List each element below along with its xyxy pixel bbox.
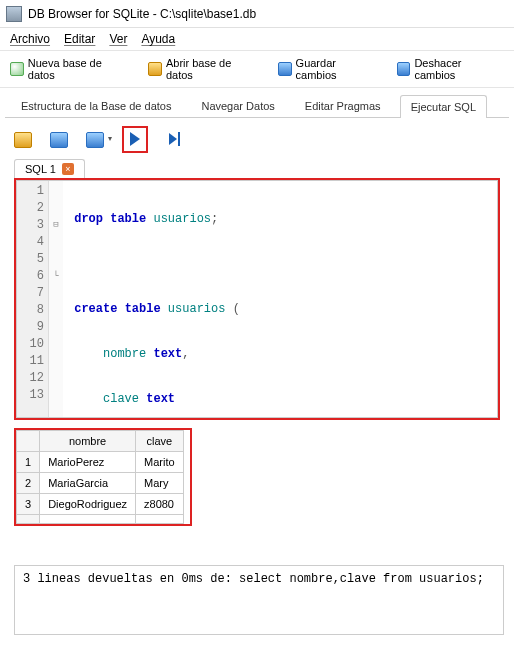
col-header-nombre[interactable]: nombre [40, 431, 136, 452]
row-num: 3 [17, 494, 40, 515]
new-database-icon [10, 62, 24, 76]
menu-edit[interactable]: Editar [64, 32, 95, 46]
fold-toggle-icon[interactable]: ⊟ [49, 217, 63, 234]
sql-tab-label: SQL 1 [25, 163, 56, 175]
line-num: 4 [17, 234, 44, 251]
save-icon [278, 62, 292, 76]
line-num: 9 [17, 319, 44, 336]
table-row[interactable]: 1 MarioPerez Marito [17, 452, 184, 473]
results-area: nombre clave 1 MarioPerez Marito 2 Maria… [14, 428, 514, 529]
undo-changes-label: Deshacer cambios [414, 57, 504, 81]
save-changes-label: Guardar cambios [296, 57, 379, 81]
menubar: Archivo Editar Ver Ayuda [0, 28, 514, 51]
line-num: 1 [17, 183, 44, 200]
run-sql-highlight [122, 126, 148, 153]
cell-clave[interactable]: Marito [136, 452, 184, 473]
sql-editor-highlight: 1 2 3 4 5 6 7 8 9 10 11 12 13 ⊟└ drop ta… [14, 178, 500, 420]
menu-file[interactable]: Archivo [10, 32, 50, 46]
col-header-clave[interactable]: clave [136, 431, 184, 452]
line-num: 13 [17, 387, 44, 404]
table-row-empty [17, 515, 184, 524]
fold-end-icon: └ [49, 268, 63, 285]
line-num: 12 [17, 370, 44, 387]
row-num: 1 [17, 452, 40, 473]
cell-clave[interactable]: z8080 [136, 494, 184, 515]
open-sql-icon[interactable] [14, 132, 32, 148]
cell-nombre[interactable]: MariaGarcia [40, 473, 136, 494]
line-num: 10 [17, 336, 44, 353]
line-num: 7 [17, 285, 44, 302]
line-gutter: 1 2 3 4 5 6 7 8 9 10 11 12 13 [17, 181, 49, 417]
new-database-button[interactable]: Nueva base de datos [10, 57, 130, 81]
new-database-label: Nueva base de datos [28, 57, 130, 81]
save-sql-as-icon[interactable] [86, 132, 104, 148]
tab-execute-sql[interactable]: Ejecutar SQL [400, 95, 487, 118]
open-database-button[interactable]: Abrir base de datos [148, 57, 260, 81]
cell-nombre[interactable]: MarioPerez [40, 452, 136, 473]
main-toolbar: Nueva base de datos Abrir base de datos … [0, 51, 514, 88]
close-icon[interactable]: × [62, 163, 74, 175]
table-row[interactable]: 3 DiegoRodriguez z8080 [17, 494, 184, 515]
line-num: 6 [17, 268, 44, 285]
line-num: 3 [17, 217, 44, 234]
tab-structure[interactable]: Estructura de la Base de datos [10, 94, 182, 117]
line-num: 11 [17, 353, 44, 370]
tab-browse[interactable]: Navegar Datos [190, 94, 285, 117]
main-tabs: Estructura de la Base de datos Navegar D… [0, 88, 514, 117]
open-database-label: Abrir base de datos [166, 57, 260, 81]
fold-gutter: ⊟└ [49, 181, 63, 417]
menu-help[interactable]: Ayuda [141, 32, 175, 46]
sql-toolbar [0, 118, 514, 157]
sql-code-area[interactable]: drop table usuarios; create table usuari… [63, 181, 497, 417]
line-num: 5 [17, 251, 44, 268]
cell-clave[interactable]: Mary [136, 473, 184, 494]
results-table[interactable]: nombre clave 1 MarioPerez Marito 2 Maria… [16, 430, 184, 524]
undo-icon [397, 62, 411, 76]
open-database-icon [148, 62, 162, 76]
sql-tabs-row: SQL 1 × [0, 157, 514, 178]
results-highlight: nombre clave 1 MarioPerez Marito 2 Maria… [14, 428, 192, 526]
status-log[interactable]: 3 lineas devueltas en 0ms de: select nom… [14, 565, 504, 635]
status-text: 3 lineas devueltas en 0ms de: select nom… [23, 572, 484, 586]
save-changes-button[interactable]: Guardar cambios [278, 57, 379, 81]
run-current-line-icon[interactable] [166, 132, 184, 148]
line-num: 8 [17, 302, 44, 319]
row-header-blank [17, 431, 40, 452]
sql-editor[interactable]: 1 2 3 4 5 6 7 8 9 10 11 12 13 ⊟└ drop ta… [16, 180, 498, 418]
undo-changes-button[interactable]: Deshacer cambios [397, 57, 504, 81]
titlebar: DB Browser for SQLite - C:\sqlite\base1.… [0, 0, 514, 28]
table-row[interactable]: 2 MariaGarcia Mary [17, 473, 184, 494]
line-num: 2 [17, 200, 44, 217]
save-sql-icon[interactable] [50, 132, 68, 148]
sql-tab-1[interactable]: SQL 1 × [14, 159, 85, 178]
row-num: 2 [17, 473, 40, 494]
menu-view[interactable]: Ver [109, 32, 127, 46]
window-title: DB Browser for SQLite - C:\sqlite\base1.… [28, 7, 256, 21]
tab-pragmas[interactable]: Editar Pragmas [294, 94, 392, 117]
cell-nombre[interactable]: DiegoRodriguez [40, 494, 136, 515]
app-icon [6, 6, 22, 22]
run-sql-icon[interactable] [126, 130, 144, 146]
